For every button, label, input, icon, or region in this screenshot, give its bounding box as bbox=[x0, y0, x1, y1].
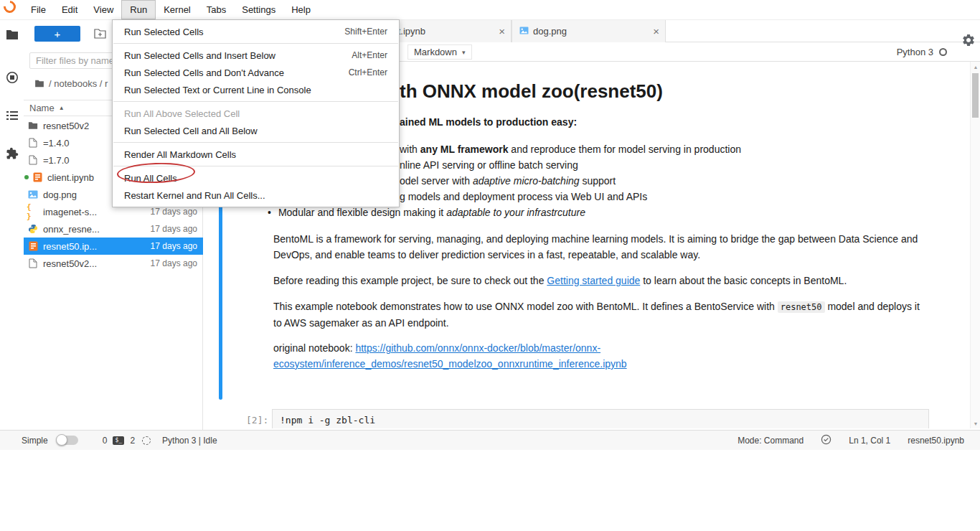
command-mode-indicator: Mode: Command bbox=[738, 436, 804, 446]
breadcrumb[interactable]: / notebooks / r bbox=[34, 78, 117, 89]
markdown-paragraph: BentoML is a framework for serving, mana… bbox=[273, 231, 930, 263]
menu-item-run-dont-advance[interactable]: Run Selected Cells and Don't Advance Ctr… bbox=[113, 64, 399, 81]
menu-item-run-cell-and-all-below[interactable]: Run Selected Cell and All Below bbox=[113, 122, 399, 139]
menu-view[interactable]: View bbox=[85, 0, 121, 19]
simple-mode-toggle[interactable] bbox=[57, 436, 78, 445]
menu-separator bbox=[113, 142, 398, 143]
menu-separator bbox=[113, 166, 398, 166]
image-icon bbox=[27, 190, 39, 199]
json-icon: { } bbox=[27, 202, 39, 221]
markdown-intro-fragment: ained ML models to production easy: bbox=[400, 116, 577, 128]
markdown-paragraph: This example notebook demonstrates how t… bbox=[273, 299, 930, 331]
inline-code: resnet50 bbox=[778, 301, 825, 313]
file-icon bbox=[27, 138, 39, 148]
terminal-count[interactable]: 0 bbox=[103, 436, 108, 446]
chevron-down-icon: ▾ bbox=[462, 49, 466, 56]
bullet-fragment: with any ML framework and reproduce them… bbox=[400, 144, 741, 155]
menu-run[interactable]: Run bbox=[121, 0, 156, 19]
code-cell-editor[interactable]: !npm i -g zbl-cli bbox=[272, 409, 929, 428]
file-row-resnet50-ipynb-selected[interactable]: resnet50.ip... 17 days ago bbox=[24, 238, 203, 255]
menu-item-run-insert-below[interactable]: Run Selected Cells and Insert Below Alt+… bbox=[113, 47, 399, 64]
menu-file[interactable]: File bbox=[23, 0, 54, 19]
python-file-icon bbox=[27, 224, 39, 234]
menu-item-run-all-above: Run All Above Selected Cell bbox=[113, 105, 399, 122]
menu-settings[interactable]: Settings bbox=[234, 0, 283, 19]
table-of-contents-icon[interactable] bbox=[0, 107, 24, 124]
extension-manager-icon[interactable] bbox=[0, 145, 24, 162]
menu-item-run-selected-cells[interactable]: Run Selected Cells Shift+Enter bbox=[113, 23, 399, 40]
menu-item-run-selected-text-console[interactable]: Run Selected Text or Current Line in Con… bbox=[113, 81, 399, 98]
file-browser-icon[interactable] bbox=[0, 26, 24, 43]
kernel-indicator[interactable]: Python 3 bbox=[897, 42, 947, 62]
menu-edit[interactable]: Edit bbox=[54, 0, 85, 19]
menu-help[interactable]: Help bbox=[283, 0, 319, 19]
activity-bar bbox=[0, 20, 24, 430]
tab-dog-png[interactable]: dog.png × bbox=[512, 20, 666, 42]
notebook-icon bbox=[27, 241, 39, 251]
scrollbar-thumb[interactable] bbox=[972, 73, 979, 118]
notebook-icon bbox=[31, 172, 44, 182]
gear-icon[interactable] bbox=[961, 33, 976, 50]
close-icon[interactable]: × bbox=[653, 25, 659, 37]
status-bar: Simple 0 $_ 2 Python 3 | Idle Mode: Comm… bbox=[0, 430, 980, 450]
cursor-position[interactable]: Ln 1, Col 1 bbox=[849, 436, 890, 446]
new-folder-icon[interactable] bbox=[94, 29, 106, 41]
menu-kernel[interactable]: Kernel bbox=[156, 0, 199, 19]
scroll-up-icon[interactable]: ▲ bbox=[971, 62, 980, 72]
cell-type-dropdown[interactable]: Markdown ▾ bbox=[407, 44, 472, 60]
bullet-item: •Modular and flexible design making it a… bbox=[268, 207, 585, 218]
gear-icon[interactable] bbox=[142, 436, 151, 445]
bullet-fragment: nline API serving or offline batch servi… bbox=[400, 159, 578, 171]
markdown-paragraph: Before reading this example project, be … bbox=[273, 273, 976, 288]
file-row-resnet50v2-file[interactable]: resnet50v2... 17 days ago bbox=[24, 255, 203, 272]
menu-item-render-all-markdown[interactable]: Render All Markdown Cells bbox=[113, 146, 399, 163]
kernel-status[interactable]: Python 3 | Idle bbox=[162, 436, 217, 446]
new-launcher-button[interactable]: + bbox=[34, 26, 80, 42]
execution-prompt: [2]: bbox=[246, 415, 268, 426]
markdown-title-fragment: th ONNX model zoo(resnet50) bbox=[400, 80, 663, 103]
bullet-fragment: g models and deployment process via Web … bbox=[400, 191, 647, 202]
scroll-down-icon[interactable]: ▼ bbox=[971, 418, 980, 428]
scrollbar[interactable]: ▲ ▼ bbox=[970, 62, 980, 428]
folder-icon bbox=[27, 121, 39, 130]
file-icon bbox=[27, 155, 39, 165]
file-row-onnx-resnet[interactable]: onnx_resne... 17 days ago bbox=[24, 220, 203, 238]
menu-separator bbox=[113, 43, 398, 44]
toggle-knob bbox=[56, 434, 67, 446]
jupyter-logo-icon bbox=[1, 0, 19, 15]
simple-mode-label: Simple bbox=[22, 436, 48, 446]
file-icon bbox=[27, 258, 39, 268]
menu-bar: File Edit View Run Kernel Tabs Settings … bbox=[0, 0, 980, 20]
close-icon[interactable]: × bbox=[499, 25, 505, 37]
run-menu-dropdown: Run Selected Cells Shift+Enter Run Selec… bbox=[112, 19, 400, 207]
current-file-name: resnet50.ipynb bbox=[908, 436, 964, 446]
notebook-trust-icon bbox=[821, 434, 831, 447]
kernel-count[interactable]: 2 bbox=[130, 436, 135, 446]
home-folder-icon bbox=[34, 80, 44, 88]
terminal-icon[interactable]: $_ bbox=[113, 436, 124, 445]
markdown-paragraph: original notebook: https://github.com/on… bbox=[273, 340, 930, 372]
menu-item-run-all-cells[interactable]: Run All Cells bbox=[113, 169, 399, 187]
image-icon bbox=[519, 26, 529, 37]
kernel-running-dot bbox=[24, 175, 29, 179]
bullet-fragment: odel server with adaptive micro-batching… bbox=[400, 175, 616, 187]
breadcrumb-path[interactable]: / notebooks / r bbox=[49, 78, 108, 89]
menu-tabs[interactable]: Tabs bbox=[199, 0, 234, 19]
kernel-idle-icon bbox=[939, 48, 947, 56]
menu-item-restart-and-run-all[interactable]: Restart Kernel and Run All Cells... bbox=[113, 187, 399, 204]
menu-separator bbox=[113, 101, 398, 102]
running-sessions-icon[interactable] bbox=[0, 69, 24, 86]
bullet-icon: • bbox=[268, 207, 271, 218]
sort-ascending-icon: ▲ bbox=[59, 105, 65, 111]
getting-started-link[interactable]: Getting started guide bbox=[547, 275, 640, 286]
